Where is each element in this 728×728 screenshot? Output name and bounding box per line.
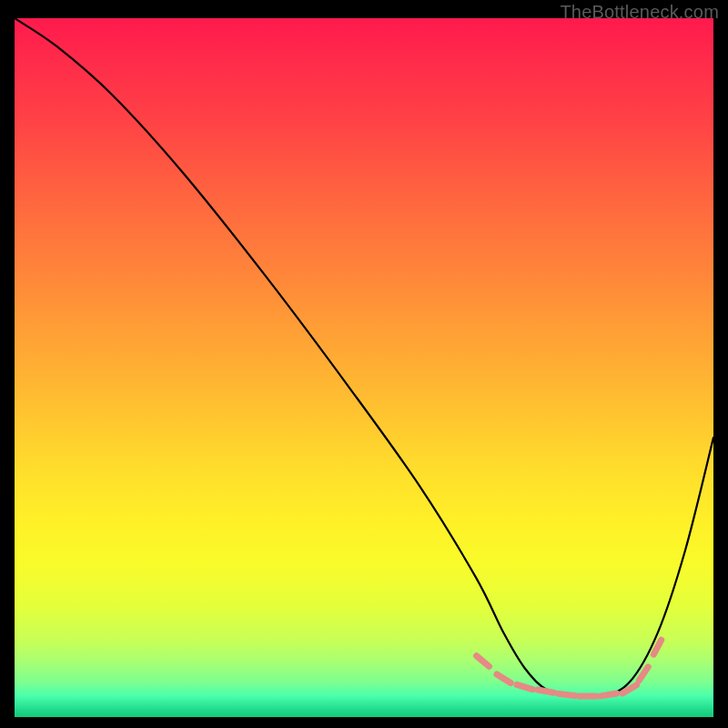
bottleneck-curve <box>15 18 713 697</box>
marker-dash <box>538 690 554 693</box>
marker-dash <box>653 640 661 654</box>
marker-dash <box>601 693 617 696</box>
marker-dash <box>497 674 511 682</box>
marker-dash <box>517 684 532 689</box>
marker-dash <box>477 656 490 667</box>
marker-dashes <box>477 640 662 696</box>
chart-frame: TheBottleneck.com <box>0 0 728 728</box>
marker-dash <box>559 693 575 695</box>
curve-svg <box>15 18 713 717</box>
plot-area <box>15 18 713 717</box>
